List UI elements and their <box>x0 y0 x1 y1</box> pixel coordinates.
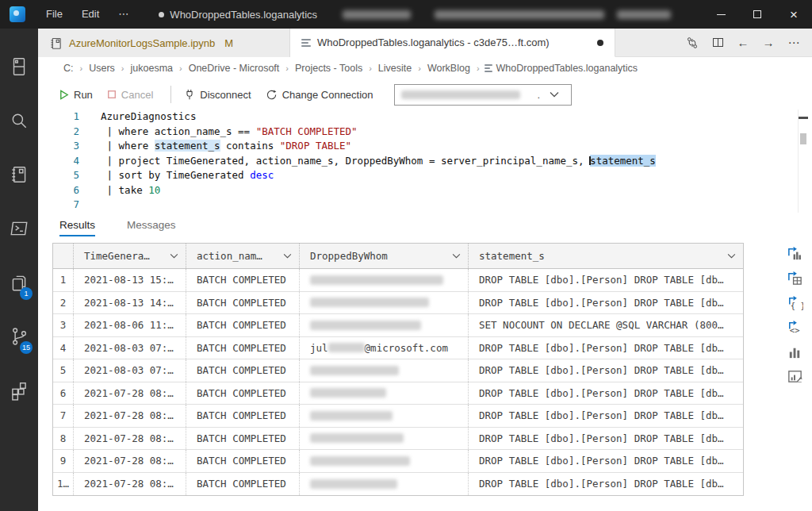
run-button[interactable]: Run <box>59 89 93 101</box>
chevron-down-icon[interactable] <box>727 253 736 259</box>
breadcrumb-file[interactable]: WhoDroppedTables.loganalytics <box>485 63 638 74</box>
menu-file[interactable]: File <box>36 0 72 29</box>
timegenerated-cell[interactable]: 2021-08-13 14:… <box>74 292 186 314</box>
row-number-cell[interactable]: 2 <box>53 292 74 314</box>
statement-cell[interactable]: DROP TABLE [dbo].[Person] DROP TABLE [db… <box>469 428 743 450</box>
timegenerated-cell[interactable]: 2021-07-28 08:… <box>74 450 186 472</box>
statement-cell[interactable]: DROP TABLE [dbo].[Person] DROP TABLE [db… <box>469 405 743 427</box>
row-number-cell[interactable]: 3 <box>53 314 74 336</box>
chevron-down-icon[interactable] <box>283 253 292 259</box>
action-name-cell[interactable]: BATCH COMPLETED <box>186 314 300 336</box>
droppedbywhom-cell[interactable] <box>300 382 469 405</box>
droppedbywhom-cell[interactable] <box>300 473 469 496</box>
chevron-down-icon[interactable] <box>452 253 461 259</box>
droppedbywhom-cell[interactable] <box>300 405 469 427</box>
action-name-cell[interactable]: BATCH COMPLETED <box>186 337 300 359</box>
action-name-cell[interactable]: BATCH COMPLETED <box>186 405 300 427</box>
sidebar-item-terminal[interactable] <box>0 202 38 256</box>
sidebar-item-azure-resources[interactable]: 1 <box>0 256 38 309</box>
statement-cell[interactable]: DROP TABLE [dbo].[Person] DROP TABLE [db… <box>469 450 743 472</box>
timegenerated-cell[interactable]: 2021-08-03 07:… <box>74 337 186 359</box>
tab-messages[interactable]: Messages <box>127 219 176 236</box>
table-row[interactable]: 52021-08-03 07:…BATCH COMPLETEDDROP TABL… <box>53 359 743 382</box>
sidebar-item-notebooks[interactable] <box>0 148 38 202</box>
action-name-cell[interactable]: BATCH COMPLETED <box>186 450 300 472</box>
column-header-timegenerated[interactable]: TimeGenera… <box>74 244 186 268</box>
row-number-cell[interactable]: 1… <box>53 473 74 496</box>
row-number-cell[interactable]: 1 <box>53 269 74 291</box>
table-row[interactable]: 1…2021-07-28 08:…BATCH COMPLETEDDROP TAB… <box>53 473 743 496</box>
column-header-statement[interactable]: statement_s <box>469 244 743 268</box>
timegenerated-cell[interactable]: 2021-08-03 07:… <box>74 359 186 382</box>
breadcrumb-item[interactable]: Projects - Tools <box>293 63 364 74</box>
maximize-button[interactable] <box>739 0 776 29</box>
droppedbywhom-cell[interactable] <box>300 292 469 314</box>
row-number-cell[interactable]: 6 <box>53 382 74 405</box>
statement-cell[interactable]: DROP TABLE [dbo].[Person] DROP TABLE [db… <box>469 337 743 359</box>
menu-edit[interactable]: Edit <box>72 0 109 29</box>
row-number-cell[interactable]: 7 <box>53 405 74 427</box>
timegenerated-cell[interactable]: 2021-07-28 08:… <box>74 473 186 496</box>
droppedbywhom-cell[interactable] <box>300 269 469 291</box>
chevron-down-icon[interactable] <box>170 253 178 259</box>
droppedbywhom-cell[interactable] <box>300 314 469 336</box>
sidebar-item-connections[interactable] <box>0 40 38 94</box>
breadcrumb-item[interactable]: jukoesma <box>129 63 175 74</box>
breadcrumb-item[interactable]: Livesite <box>377 63 413 74</box>
breadcrumb-item[interactable]: OneDrive - Microsoft <box>187 63 282 74</box>
breadcrumb-item[interactable]: Users <box>87 63 117 74</box>
navigate-forward-icon[interactable]: → <box>758 33 779 53</box>
table-row[interactable]: 32021-08-06 11:…BATCH COMPLETEDSET NOCOU… <box>53 314 743 337</box>
action-name-cell[interactable]: BATCH COMPLETED <box>186 269 300 291</box>
tab-azuremonitorlogssample[interactable]: AzureMonitorLogsSample.ipynb M <box>38 29 290 57</box>
action-name-cell[interactable]: BATCH COMPLETED <box>186 382 300 405</box>
sidebar-item-source-control[interactable]: 15 <box>0 309 38 363</box>
scrollbar-thumb[interactable] <box>800 133 806 144</box>
close-button[interactable]: × <box>776 0 812 29</box>
save-as-json-icon[interactable]: { } <box>785 294 804 311</box>
timegenerated-cell[interactable]: 2021-07-28 08:… <box>74 382 186 405</box>
minimize-button[interactable] <box>703 0 739 29</box>
row-number-cell[interactable]: 4 <box>53 337 74 359</box>
statement-cell[interactable]: DROP TABLE [dbo].[Person] DROP TABLE [db… <box>469 269 743 291</box>
table-row[interactable]: 62021-07-28 08:…BATCH COMPLETEDDROP TABL… <box>53 382 743 405</box>
show-chart-icon[interactable] <box>785 343 804 360</box>
editor-line[interactable]: 7 <box>38 198 812 213</box>
table-row[interactable]: 12021-08-13 15:…BATCH COMPLETEDDROP TABL… <box>53 269 743 292</box>
sidebar-item-search[interactable] <box>0 94 38 148</box>
droppedbywhom-cell[interactable] <box>300 428 469 450</box>
table-row[interactable]: 42021-08-03 07:…BATCH COMPLETEDjul@micro… <box>53 337 743 360</box>
breadcrumb-item[interactable]: WorkBlog <box>426 63 472 74</box>
statement-cell[interactable]: DROP TABLE [dbo].[Person] DROP TABLE [db… <box>469 292 743 314</box>
editor-line[interactable]: 3 | where statement_s contains "DROP TAB… <box>38 139 812 154</box>
visualizer-icon[interactable] <box>785 367 804 385</box>
statement-cell[interactable]: DROP TABLE [dbo].[Person] DROP TABLE [db… <box>469 359 743 382</box>
row-number-cell[interactable]: 5 <box>53 359 74 382</box>
open-changes-icon[interactable] <box>682 33 703 53</box>
sidebar-item-extensions[interactable] <box>0 363 38 417</box>
droppedbywhom-cell[interactable] <box>300 359 469 382</box>
tab-results[interactable]: Results <box>59 219 95 236</box>
table-row[interactable]: 72021-07-28 08:…BATCH COMPLETEDDROP TABL… <box>53 405 743 428</box>
save-as-csv-icon[interactable] <box>785 244 804 262</box>
table-row[interactable]: 92021-07-28 08:…BATCH COMPLETEDDROP TABL… <box>53 450 743 473</box>
menu-overflow[interactable]: ⋯ <box>109 0 138 29</box>
save-as-excel-icon[interactable] <box>785 269 804 286</box>
action-name-cell[interactable]: BATCH COMPLETED <box>186 359 300 382</box>
table-row[interactable]: 82021-07-28 08:…BATCH COMPLETEDDROP TABL… <box>53 428 743 451</box>
timegenerated-cell[interactable]: 2021-08-13 15:… <box>74 269 186 291</box>
query-editor[interactable]: 1AzureDiagnostics2 | where action_name_s… <box>38 110 812 213</box>
grid-corner-cell[interactable] <box>53 244 74 268</box>
action-name-cell[interactable]: BATCH COMPLETED <box>186 473 300 496</box>
editor-line[interactable]: 4 | project TimeGenerated, action_name_s… <box>38 154 812 169</box>
action-name-cell[interactable]: BATCH COMPLETED <box>186 428 300 450</box>
breadcrumb-item[interactable]: C: <box>62 63 75 74</box>
split-editor-icon[interactable] <box>707 33 728 53</box>
timegenerated-cell[interactable]: 2021-08-06 11:… <box>74 314 186 336</box>
editor-line[interactable]: 1AzureDiagnostics <box>38 110 812 125</box>
disconnect-button[interactable]: Disconnect <box>184 89 251 101</box>
statement-cell[interactable]: DROP TABLE [dbo].[Person] DROP TABLE [db… <box>469 382 743 405</box>
tab-whodroppedtables[interactable]: WhoDroppedTables.loganalytics - c3de75…f… <box>290 29 615 57</box>
cancel-button[interactable]: Cancel <box>107 89 153 101</box>
statement-cell[interactable]: SET NOCOUNT ON DECLARE @SQL VARCHAR (800… <box>469 314 743 336</box>
